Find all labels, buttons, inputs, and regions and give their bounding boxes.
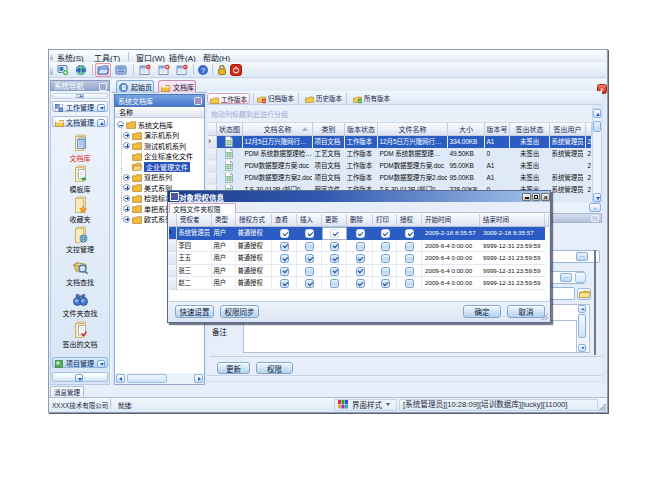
- svg-text:?: ?: [201, 66, 206, 75]
